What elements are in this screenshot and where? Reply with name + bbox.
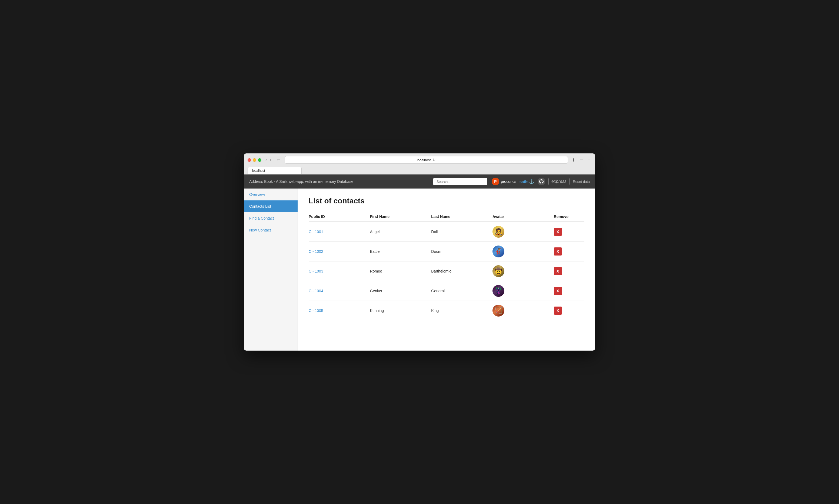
contacts-table: Public ID First Name Last Name Avatar Re… [309, 212, 584, 320]
express-logo: express [548, 178, 570, 185]
cell-public-id: C - 1005 [309, 301, 370, 321]
table-header: Public ID First Name Last Name Avatar Re… [309, 212, 584, 222]
col-header-public-id: Public ID [309, 212, 370, 222]
minimize-button[interactable] [253, 158, 256, 162]
sidebar: Overview Contacts List Find a Contact Ne… [244, 188, 298, 350]
contact-id-link[interactable]: C - 1005 [309, 308, 323, 313]
url-text: localhost [417, 158, 431, 162]
contacts-table-body: C - 1001 Angel Doll 🧑‍🎤 X C - 1002 Battl… [309, 222, 584, 320]
table-row: C - 1001 Angel Doll 🧑‍🎤 X [309, 222, 584, 242]
col-header-avatar: Avatar [492, 212, 554, 222]
cell-last-name: Doll [431, 222, 492, 242]
contact-id-link[interactable]: C - 1003 [309, 269, 323, 273]
cell-first-name: Genius [370, 281, 431, 301]
app-title: Address Book - A Sails web-app, with an … [249, 179, 429, 184]
remove-button[interactable]: X [554, 247, 562, 255]
sidebar-item-overview[interactable]: Overview [244, 188, 298, 200]
sails-label: sails [520, 179, 528, 184]
table-row: C - 1003 Romeo Barthelomio 🤠 X [309, 262, 584, 281]
contact-id-link[interactable]: C - 1004 [309, 289, 323, 293]
active-tab[interactable]: localhost [248, 167, 302, 174]
main-content: List of contacts Public ID First Name La… [298, 188, 595, 350]
avatar: 🦸 [492, 246, 504, 257]
avatar: 🦹 [492, 285, 504, 297]
app-body: Overview Contacts List Find a Contact Ne… [244, 188, 595, 350]
cell-first-name: Kunning [370, 301, 431, 321]
cell-remove: X [554, 281, 584, 301]
procurics-logo: P procurics [492, 178, 516, 185]
cell-last-name: King [431, 301, 492, 321]
procurics-icon: P [492, 178, 499, 185]
reset-data-button[interactable]: Reset data [573, 180, 590, 184]
tab-view-button[interactable]: ▭ [275, 157, 282, 163]
header-logos: P procurics sails ⚓ express Reset data [492, 178, 590, 185]
sidebar-item-contacts-list[interactable]: Contacts List [244, 200, 298, 212]
search-input[interactable] [433, 178, 487, 185]
cell-public-id: C - 1003 [309, 262, 370, 281]
close-button[interactable] [248, 158, 251, 162]
cell-avatar: 🤠 [492, 262, 554, 281]
duplicate-tab-button[interactable]: ▭ [578, 157, 585, 163]
avatar: 🏹 [492, 305, 504, 317]
cell-first-name: Angel [370, 222, 431, 242]
back-button[interactable]: ‹ [264, 157, 268, 163]
col-header-last-name: Last Name [431, 212, 492, 222]
cell-public-id: C - 1004 [309, 281, 370, 301]
share-button[interactable]: ⬆ [571, 157, 576, 163]
remove-button[interactable]: X [554, 287, 562, 295]
sidebar-item-new-contact[interactable]: New Contact [244, 224, 298, 236]
cell-last-name: General [431, 281, 492, 301]
remove-button[interactable]: X [554, 267, 562, 275]
sails-anchor-icon: ⚓ [529, 179, 535, 184]
browser-window: ‹ › ▭ localhost ↻ ⬆ ▭ + localhost Addr [244, 154, 595, 350]
col-header-first-name: First Name [370, 212, 431, 222]
cell-public-id: C - 1001 [309, 222, 370, 242]
cell-remove: X [554, 262, 584, 281]
cell-avatar: 🧑‍🎤 [492, 222, 554, 242]
cell-last-name: Doom [431, 242, 492, 262]
forward-button[interactable]: › [269, 157, 273, 163]
col-header-remove: Remove [554, 212, 584, 222]
browser-chrome: ‹ › ▭ localhost ↻ ⬆ ▭ + localhost [244, 154, 595, 175]
contact-id-link[interactable]: C - 1001 [309, 230, 323, 234]
remove-button[interactable]: X [554, 228, 562, 236]
cell-remove: X [554, 242, 584, 262]
address-bar[interactable]: localhost ↻ [285, 156, 567, 164]
cell-public-id: C - 1002 [309, 242, 370, 262]
remove-button[interactable]: X [554, 307, 562, 315]
github-icon[interactable] [538, 178, 545, 185]
table-row: C - 1004 Genius General 🦹 X [309, 281, 584, 301]
app-header: Address Book - A Sails web-app, with an … [244, 175, 595, 188]
traffic-lights [248, 158, 261, 162]
page-title: List of contacts [309, 197, 584, 205]
cell-last-name: Barthelomio [431, 262, 492, 281]
sails-logo: sails ⚓ [520, 179, 535, 184]
sidebar-item-find-contact[interactable]: Find a Contact [244, 212, 298, 224]
cell-first-name: Battle [370, 242, 431, 262]
refresh-icon[interactable]: ↻ [433, 158, 436, 162]
avatar: 🧑‍🎤 [492, 226, 504, 238]
maximize-button[interactable] [258, 158, 261, 162]
cell-avatar: 🦸 [492, 242, 554, 262]
cell-avatar: 🏹 [492, 301, 554, 321]
new-tab-button[interactable]: + [587, 157, 591, 163]
express-label: express [552, 179, 566, 184]
procurics-label: procurics [501, 179, 516, 184]
cell-first-name: Romeo [370, 262, 431, 281]
cell-remove: X [554, 222, 584, 242]
table-row: C - 1002 Battle Doom 🦸 X [309, 242, 584, 262]
table-row: C - 1005 Kunning King 🏹 X [309, 301, 584, 321]
cell-remove: X [554, 301, 584, 321]
contact-id-link[interactable]: C - 1002 [309, 249, 323, 254]
cell-avatar: 🦹 [492, 281, 554, 301]
avatar: 🤠 [492, 265, 504, 277]
